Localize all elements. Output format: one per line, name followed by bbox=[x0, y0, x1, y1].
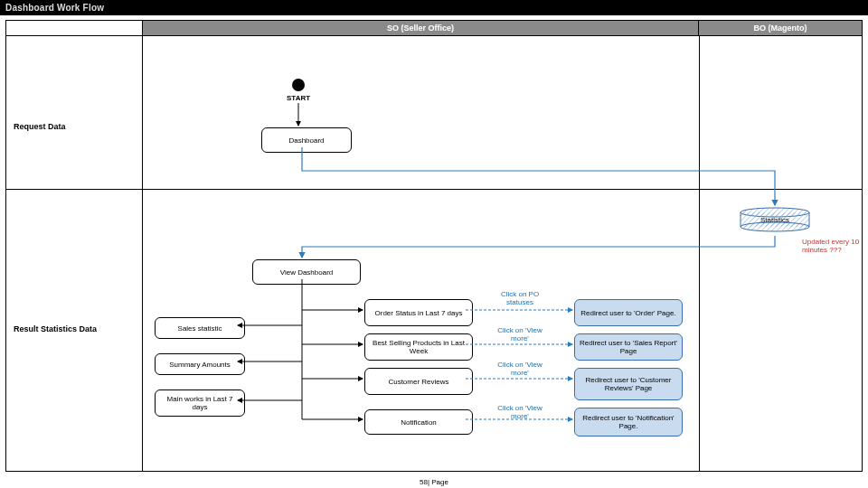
lbl-viewmore-1: Click on 'View more' bbox=[493, 326, 547, 343]
header-so: SO (Seller Office) bbox=[143, 21, 699, 35]
page-title: Dashboard Work Flow bbox=[5, 3, 104, 13]
lbl-viewmore-2: Click on 'View more' bbox=[493, 361, 547, 377]
node-dashboard: Dashboard bbox=[261, 127, 352, 153]
node-summary-amounts: Summary Amounts bbox=[155, 353, 245, 375]
node-redirect-order: Redirect user to 'Order' Page. bbox=[574, 299, 683, 326]
vline-1 bbox=[142, 35, 143, 471]
note-update: Updated every 10 minutes ??? bbox=[802, 238, 865, 254]
node-best-selling: Best Selling Products in Last Week bbox=[364, 333, 473, 361]
diagram-grid: Request Data Result Statistics Data STAR… bbox=[6, 35, 862, 471]
node-redirect-sales: Redirect user to 'Sales Report' Page bbox=[574, 333, 683, 361]
diagram-frame: SO (Seller Office) BO (Magento) Request … bbox=[5, 20, 863, 472]
node-customer-reviews: Customer Reviews bbox=[364, 368, 473, 395]
swimlane-header: SO (Seller Office) BO (Magento) bbox=[6, 21, 862, 36]
node-order-status: Order Status in Last 7 days bbox=[364, 299, 473, 326]
lane-request: Request Data bbox=[14, 122, 66, 131]
node-notification: Notification bbox=[364, 409, 473, 435]
header-spacer bbox=[6, 21, 143, 35]
lane-result: Result Statistics Data bbox=[14, 324, 97, 333]
start-label: START bbox=[287, 94, 310, 102]
hline-1 bbox=[6, 189, 862, 190]
svg-text:Statistics: Statistics bbox=[760, 216, 789, 224]
node-redirect-reviews: Redirect user to 'Customer Reviews' Page bbox=[574, 368, 683, 400]
node-view-dashboard: View Dashboard bbox=[252, 259, 361, 285]
lbl-po-statuses: Click on PO statuses bbox=[493, 290, 547, 306]
vline-2 bbox=[699, 35, 700, 471]
start-node bbox=[292, 79, 305, 91]
node-main-works: Main works in Last 7 days bbox=[155, 389, 245, 417]
node-statistics-db: Statistics bbox=[739, 207, 811, 234]
node-sales-statistic: Sales statistic bbox=[155, 317, 245, 339]
title-bar: Dashboard Work Flow bbox=[0, 0, 868, 15]
node-redirect-notif: Redirect user to 'Notification' Page. bbox=[574, 408, 683, 436]
header-bo: BO (Magento) bbox=[699, 21, 862, 35]
page-footer: 58| Page bbox=[0, 478, 868, 486]
lbl-viewmore-3: Click on 'View more' bbox=[493, 404, 547, 420]
